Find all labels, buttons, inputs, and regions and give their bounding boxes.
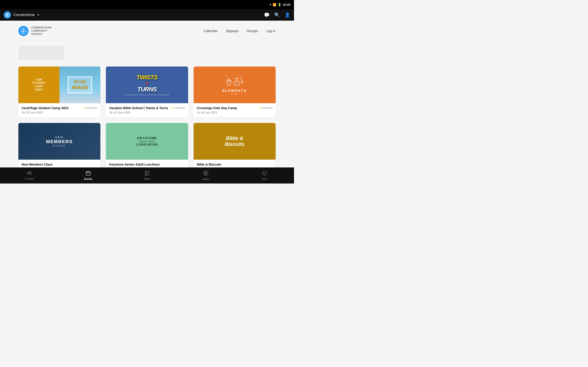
featured-badge-3: ★ Featured xyxy=(259,106,272,109)
web-logo-icon xyxy=(18,26,28,36)
event-title-3: Crossings Kids Day Camp xyxy=(197,106,257,110)
event-title-row-5: Keystone Senior Adult Luncheon xyxy=(109,162,185,167)
status-icons: ▾ 📶 🔋 10:26 xyxy=(270,3,290,6)
featured-badge-1: ★ Featured xyxy=(84,106,97,109)
event-date-2: 26–29 June 2023 xyxy=(109,111,185,114)
nav-give[interactable]: Give xyxy=(235,167,294,184)
event-image-twists: TWISTS & TURNS FOLLOWING JESUS CHANGES T… xyxy=(106,67,188,103)
star-icon-1: ★ xyxy=(84,106,86,109)
event-title-row-2: Vacation Bible School | Twists & Turns ★… xyxy=(109,106,185,110)
svg-line-16 xyxy=(225,75,232,83)
event-title-2: Vacation Bible School | Twists & Turns xyxy=(109,106,170,110)
event-card-2[interactable]: TWISTS & TURNS FOLLOWING JESUS CHANGES T… xyxy=(106,67,188,117)
give-label: Give xyxy=(262,177,267,180)
app-logo-icon xyxy=(4,11,11,19)
events-icon xyxy=(86,171,90,177)
web-logo-text: CORNERSTONECOMMUNITYCHURCH xyxy=(31,26,52,36)
event-title-4: New Members Class xyxy=(22,162,97,167)
status-time: 10:26 xyxy=(283,3,290,6)
event-image-keystone: KEYSTONE senior adult LUNCHEON xyxy=(106,123,188,160)
svg-marker-29 xyxy=(205,172,207,174)
event-title-1: Centrifuge Student Camp 2023 xyxy=(22,106,82,110)
event-title-row-4: New Members Class xyxy=(22,162,97,167)
event-title-row-1: Centrifuge Student Camp 2023 ★ Featured xyxy=(22,106,97,110)
featured-badge-2: ★ Featured xyxy=(172,106,185,109)
top-nav-bar: Cornerstone ▾ 💬 🔍 👤 xyxy=(0,9,294,21)
bible-label: Bible xyxy=(144,177,150,180)
nav-connect[interactable]: Connect xyxy=(0,167,59,184)
status-bar: ▾ 📶 🔋 10:26 xyxy=(0,0,294,9)
svg-point-18 xyxy=(29,172,31,173)
connect-label: Connect xyxy=(25,177,34,180)
event-image-elements: ELEMENTS KIDS xyxy=(194,67,276,103)
nav-login[interactable]: Log in xyxy=(266,29,276,33)
chat-icon[interactable]: 💬 xyxy=(264,12,270,18)
nav-calendar[interactable]: Calendar xyxy=(204,29,218,33)
event-title-row-3: Crossings Kids Day Camp ★ Featured xyxy=(197,106,272,110)
web-header: CORNERSTONECOMMUNITYCHURCH Calendar Sign… xyxy=(0,21,294,41)
wifi-icon: ▾ xyxy=(270,3,271,6)
star-icon-3: ★ xyxy=(259,106,262,109)
event-card-body-1: Centrifuge Student Camp 2023 ★ Featured … xyxy=(18,103,100,117)
event-date-3: 24–28 July 2023 xyxy=(197,111,272,114)
event-card-body-3: Crossings Kids Day Camp ★ Featured 24–28… xyxy=(194,103,276,117)
event-card-6[interactable]: Bible & Biscuits Bible & Biscuits xyxy=(194,123,276,167)
svg-point-17 xyxy=(27,172,29,173)
event-title-row-6: Bible & Biscuits xyxy=(197,162,272,167)
top-nav-left[interactable]: Cornerstone ▾ xyxy=(4,11,39,19)
event-card-body-6: Bible & Biscuits xyxy=(194,160,276,167)
event-card-4[interactable]: NEW MEMBERS CLASS New Members Class xyxy=(18,123,100,167)
nav-bible[interactable]: Bible xyxy=(118,167,176,184)
give-icon xyxy=(262,171,267,177)
event-card-5[interactable]: KEYSTONE senior adult LUNCHEON Keystone … xyxy=(106,123,188,167)
chevron-down-icon[interactable]: ▾ xyxy=(38,13,39,17)
nav-groups[interactable]: Groups xyxy=(247,29,258,33)
app-title: Cornerstone xyxy=(13,13,35,17)
web-logo[interactable]: CORNERSTONECOMMUNITYCHURCH xyxy=(18,26,52,36)
event-title-5: Keystone Senior Adult Luncheon xyxy=(109,162,185,167)
bottom-nav: Connect Events xyxy=(0,167,294,184)
star-icon-2: ★ xyxy=(172,106,174,109)
svg-rect-23 xyxy=(145,171,149,175)
top-nav-right: 💬 🔍 👤 xyxy=(264,12,290,18)
event-image-camp: CSM STUDENT CAMP 2023 IN HISIMAGE xyxy=(18,67,100,103)
event-image-bible: Bible & Biscuits xyxy=(194,123,276,160)
svg-line-14 xyxy=(240,76,242,81)
camp-right-panel: IN HISIMAGE xyxy=(60,67,101,103)
svg-rect-8 xyxy=(227,80,230,85)
events-container: CSM STUDENT CAMP 2023 IN HISIMAGE Centri… xyxy=(0,64,294,167)
media-label: Media xyxy=(202,178,209,181)
event-title-6: Bible & Biscuits xyxy=(197,162,272,167)
connect-icon xyxy=(27,171,32,176)
hero-area xyxy=(0,41,294,64)
hero-banner xyxy=(18,46,64,60)
event-card-body-5: Keystone Senior Adult Luncheon xyxy=(106,160,188,167)
featured-label-2: Featured xyxy=(175,106,185,109)
signal-icon: 📶 xyxy=(273,3,276,6)
event-image-members: NEW MEMBERS CLASS xyxy=(18,123,100,160)
bible-icon xyxy=(145,171,149,177)
nav-events[interactable]: Events xyxy=(59,167,118,184)
featured-label-1: Featured xyxy=(87,106,97,109)
event-card-3[interactable]: ELEMENTS KIDS Crossings Kids Day Camp ★ … xyxy=(194,67,276,117)
profile-icon[interactable]: 👤 xyxy=(285,12,290,18)
svg-rect-19 xyxy=(86,172,90,175)
events-label: Events xyxy=(84,177,92,180)
search-icon[interactable]: 🔍 xyxy=(274,12,280,18)
event-card-1[interactable]: CSM STUDENT CAMP 2023 IN HISIMAGE Centri… xyxy=(18,67,100,117)
battery-icon: 🔋 xyxy=(278,3,281,6)
event-card-body-2: Vacation Bible School | Twists & Turns ★… xyxy=(106,103,188,117)
events-grid: CSM STUDENT CAMP 2023 IN HISIMAGE Centri… xyxy=(18,64,276,167)
media-icon xyxy=(203,171,208,177)
svg-point-11 xyxy=(233,81,240,85)
camp-left-panel: CSM STUDENT CAMP 2023 xyxy=(18,67,60,103)
bottom-nav-items: Connect Events xyxy=(0,167,294,184)
nav-media[interactable]: Media xyxy=(176,167,235,184)
event-card-body-4: New Members Class xyxy=(18,160,100,167)
web-nav: Calendar Signups Groups Log in xyxy=(204,29,276,33)
featured-label-3: Featured xyxy=(262,106,272,109)
event-date-1: 19–23 June 2023 xyxy=(22,111,97,114)
nav-signups[interactable]: Signups xyxy=(226,29,238,33)
